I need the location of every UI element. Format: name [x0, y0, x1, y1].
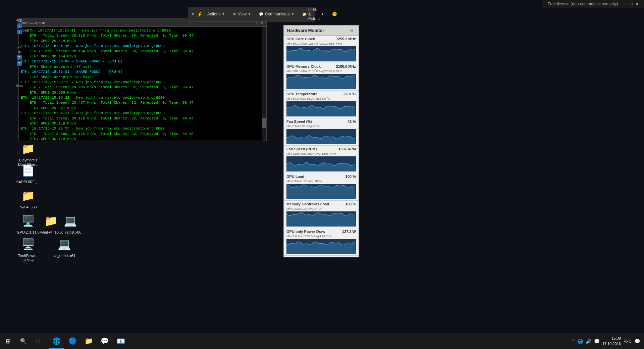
- hw-metric-8: Memory Usage (Dedicated)1892 MBMin:93 Ma…: [284, 256, 359, 257]
- kop-label: Кор: [16, 18, 22, 22]
- window-close-button[interactable]: ✕: [635, 2, 639, 6]
- desktop-icon-2[interactable]: 📁hw64_538: [15, 186, 42, 211]
- desktop-icon-7[interactable]: 💻vc_redist.x64: [51, 235, 78, 259]
- hw-metric-stats-2: Min:34.0 Max:68.0 Avg:65.6 °C: [286, 97, 356, 100]
- taskbar-tray: ^ 🌐 🔊 💬 15:38 17.10.2016 РУС 💬: [568, 336, 644, 346]
- explorer-icon: 🌐: [52, 337, 61, 345]
- app-title: Free license (non-commercial use only): [548, 2, 618, 6]
- desktop-icon-label-5: vc_redist.x86: [60, 230, 82, 235]
- taskbar-app-ie[interactable]: 🔵: [65, 334, 80, 349]
- taskbar-app-chat[interactable]: 💬: [97, 334, 112, 349]
- mail-icon: 📧: [117, 337, 125, 345]
- files-button[interactable]: 📁 Files & Extras ▼: [300, 6, 327, 22]
- actions-chevron-icon: ▼: [222, 12, 225, 16]
- tv-left-icon-3[interactable]: T: [17, 55, 22, 60]
- desktop-icon-img-7: 💻: [56, 236, 72, 252]
- start-button[interactable]: ⊞: [0, 333, 16, 349]
- hw-metric-6: Memory Controller Load100 %Min:0 Max:100…: [284, 201, 359, 228]
- desktop-icon-img-6: 🖥️: [20, 236, 36, 252]
- hw-metric-value-7: 127.2 W: [342, 230, 356, 234]
- hw-metric-name-0: GPU Core Clock: [286, 37, 315, 41]
- terminal-scroll-thumb[interactable]: [262, 118, 266, 128]
- terminal-content[interactable]: КорETH: 10/17/16-15:35:41 - New job from…: [19, 27, 266, 141]
- language-indicator[interactable]: РУС: [624, 339, 632, 344]
- terminal-window: start — ярлык — □ ✕ КорETH: 10/17/16-15:…: [18, 18, 267, 141]
- tv-left-icon-1[interactable]: T: [17, 23, 22, 28]
- files-icon: 📁: [302, 12, 307, 16]
- sta-label: sta: [17, 46, 21, 49]
- tv-left-icon-4[interactable]: T: [17, 61, 22, 66]
- hw-metric-stats-1: Min:300.0 Max:2100.0 Avg:2079.0 MHz: [286, 69, 356, 73]
- communicate-button[interactable]: 💬 Communicate ▼: [256, 10, 297, 18]
- hw-metric-graph-4: [286, 156, 356, 171]
- notification-icon[interactable]: 💬: [634, 339, 640, 344]
- time-display: 15:38: [602, 336, 621, 341]
- taskbar-app-mail[interactable]: 📧: [113, 334, 128, 349]
- hw-metric-2: GPU Temperature65.0 °CMin:34.0 Max:68.0 …: [284, 91, 359, 118]
- window-minimize-button[interactable]: —: [624, 2, 628, 6]
- hw-metric-0: GPU Core Clock1255.2 MHzMin:301.2 Max:12…: [284, 36, 359, 63]
- actions-button[interactable]: Actions ▼: [205, 10, 227, 18]
- emoji-icon: 😊: [332, 12, 337, 16]
- search-icon: 🔍: [20, 338, 27, 344]
- desktop-icon-label-2: hw64_538: [20, 205, 37, 209]
- tv-close-button[interactable]: ✕: [191, 10, 195, 18]
- hw-metric-name-1: GPU Memory Clock: [286, 64, 321, 68]
- tray-arrow-icon[interactable]: ^: [572, 339, 575, 344]
- ie-icon: 🔵: [68, 337, 77, 345]
- hw-metric-value-6: 100 %: [345, 202, 356, 206]
- taskbar: ⊞ 🔍 □ 🌐 🔵 📁 💬 📧 ^: [0, 333, 644, 349]
- hw-metric-stats-6: Min:0 Max:100 Avg:97 %: [286, 207, 356, 210]
- tray-network-icon[interactable]: 🌐: [577, 339, 583, 344]
- desktop-icon-1[interactable]: 📄SAPPHIRE_...: [15, 161, 42, 186]
- tray-message-icon[interactable]: 💬: [594, 339, 600, 344]
- desktop-icon-6[interactable]: 🖥️TechPowe... GPU-Z: [15, 235, 42, 264]
- emoji-button[interactable]: 😊: [329, 10, 340, 18]
- desktop-icon-5[interactable]: 💻vc_redist.x86: [57, 211, 84, 236]
- tv-left-icon-2[interactable]: T: [17, 30, 22, 34]
- desktop-icon-img-4: 📁: [43, 213, 59, 229]
- view-icon: 👁: [233, 12, 236, 16]
- terminal-scrollbar[interactable]: [262, 27, 266, 141]
- window-restore-button[interactable]: □: [630, 2, 633, 6]
- taskbar-app-explorer[interactable]: 🌐: [49, 334, 64, 349]
- team-label: Team: [16, 84, 23, 87]
- hw-metric-5: GPU Load100 %Min:0 Max:100 Avg:98 %: [284, 173, 359, 201]
- taskbar-app-folder[interactable]: 📁: [81, 334, 96, 349]
- desktop-icon-label-6: TechPowe... GPU-Z: [16, 254, 40, 262]
- hw-metric-1: GPU Memory Clock2100.0 MHzMin:300.0 Max:…: [284, 63, 359, 91]
- hw-metric-value-5: 100 %: [345, 174, 356, 179]
- hw-metric-graph-0: [286, 46, 356, 61]
- view-chevron-icon: ▼: [248, 12, 251, 16]
- hw-metric-4: Fan Speed (RPM)1697 RPMMin:1208 Max:1924…: [284, 146, 359, 173]
- hw-metric-stats-0: Min:301.2 Max:1260.0 Avg:1255.5 MHz: [286, 42, 356, 45]
- task-view-button[interactable]: □: [32, 335, 45, 348]
- hw-metric-value-4: 1697 RPM: [338, 147, 356, 151]
- desktop-icon-img-5: 💻: [62, 213, 78, 229]
- terminal-title: start — ярлык: [21, 21, 45, 25]
- taskbar-time[interactable]: 15:38 17.10.2016: [602, 336, 621, 346]
- desktop-icon-img-3: 🖥️: [20, 213, 36, 229]
- communicate-chevron-icon: ▼: [291, 12, 294, 16]
- desktop: ✕ ⚡ Actions ▼ 👁 View ▼ 💬 Communicate ▼ 📁…: [0, 0, 644, 349]
- view-button[interactable]: 👁 View ▼: [230, 10, 254, 18]
- left-panel: Кор T T sta sp T T Team: [17, 18, 22, 87]
- desktop-icon-img-1: 📄: [20, 162, 36, 179]
- hw-metric-graph-2: [286, 101, 356, 116]
- hw-metric-name-4: Fan Speed (RPM): [286, 147, 317, 151]
- hw-metric-value-3: 42 %: [347, 119, 356, 123]
- hw-monitor-titlebar: Hardware Monitor ✕: [284, 26, 359, 36]
- search-button[interactable]: 🔍: [17, 335, 30, 347]
- hw-monitor-title: Hardware Monitor: [287, 28, 324, 33]
- desktop-icon-img-2: 📁: [20, 188, 36, 204]
- hw-metric-name-6: Memory Controller Load: [286, 202, 329, 206]
- tray-volume-icon[interactable]: 🔊: [586, 339, 591, 344]
- task-view-icon: □: [37, 338, 40, 344]
- hw-monitor-close-button[interactable]: ✕: [348, 27, 355, 34]
- lightning-icon: ⚡: [197, 11, 203, 17]
- windows-icon: ⊞: [6, 338, 11, 345]
- hw-metric-name-5: GPU Load: [286, 174, 304, 179]
- hw-metric-value-1: 2100.0 MHz: [336, 64, 356, 68]
- hw-monitor-content[interactable]: GPU Core Clock1255.2 MHzMin:301.2 Max:12…: [284, 36, 359, 257]
- sp-label: sp: [18, 50, 21, 54]
